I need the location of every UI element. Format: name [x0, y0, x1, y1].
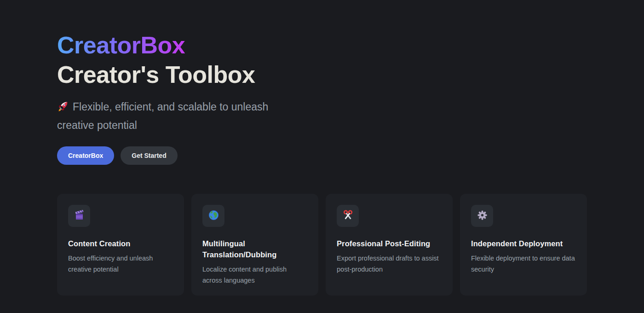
- creatorbox-button[interactable]: CreatorBox: [57, 146, 114, 165]
- feature-card-content-creation: Content Creation Boost efficiency and un…: [57, 194, 184, 296]
- card-description: Flexible deployment to ensure data secur…: [471, 253, 576, 275]
- card-title: Content Creation: [68, 238, 173, 249]
- globe-icon: [207, 209, 220, 223]
- hero-buttons: CreatorBox Get Started: [57, 146, 587, 165]
- hero-subtitle: Flexible, efficient, and scalable to unl…: [57, 99, 305, 133]
- brand-title: CreatorBox: [57, 30, 185, 60]
- scissors-icon: [342, 209, 354, 223]
- rocket-icon: [57, 100, 69, 117]
- card-description: Boost efficiency and unleash creative po…: [68, 253, 173, 275]
- main-container: CreatorBox Creator's Toolbox Flexible, e…: [57, 0, 587, 296]
- card-description: Export professional drafts to assist pos…: [337, 253, 442, 275]
- icon-tile: [337, 205, 359, 227]
- card-title: Multilingual Translation/Dubbing: [202, 238, 307, 260]
- icon-tile: [471, 205, 493, 227]
- feature-cards: Content Creation Boost efficiency and un…: [57, 194, 587, 296]
- get-started-button[interactable]: Get Started: [121, 146, 177, 165]
- clapperboard-icon: [73, 209, 86, 223]
- page-title: Creator's Toolbox: [57, 60, 587, 89]
- icon-tile: [202, 205, 224, 227]
- icon-tile: [68, 205, 90, 227]
- feature-card-multilingual: Multilingual Translation/Dubbing Localiz…: [191, 194, 318, 296]
- card-title: Independent Deployment: [471, 238, 576, 249]
- gear-icon: [476, 209, 489, 223]
- hero-section: CreatorBox Creator's Toolbox Flexible, e…: [57, 0, 587, 165]
- hero-subtitle-text: Flexible, efficient, and scalable to unl…: [57, 101, 268, 131]
- card-title: Professional Post-Editing: [337, 238, 442, 249]
- feature-card-post-editing: Professional Post-Editing Export profess…: [326, 194, 453, 296]
- feature-card-deployment: Independent Deployment Flexible deployme…: [460, 194, 587, 296]
- card-description: Localize content and publish across lang…: [202, 264, 307, 286]
